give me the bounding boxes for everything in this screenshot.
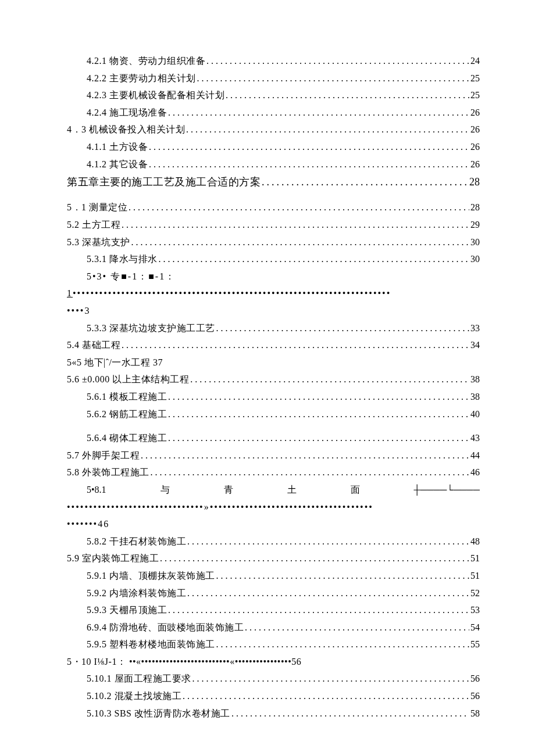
toc-entry: 5.9 室内装饰工程施工............................… [67,550,480,567]
toc-label: 5«5 地下|ˆ/一水工程 37 [67,354,163,371]
toc-entry-garble-510: 5・10 I⅛J-1： ••«•••••••••••••••••••••••••… [67,653,480,671]
toc-page: 26 [470,121,480,138]
toc-label: 5.7 外脚手架工程 [67,447,140,464]
toc-leader: ........................................… [149,156,469,173]
toc-entry: 5.6.2 钢筋工程施工............................… [67,406,480,423]
toc-leader: ........................................… [168,388,469,406]
toc-entry: 4.2.3 主要机械设备配备相关计划......................… [67,87,480,104]
toc-leader: ........................................… [216,320,470,337]
toc-label: 5・10 I⅛J-1： ••«•••••••••••••••••••••••••… [67,653,301,671]
toc-entry: 5.10.2 混凝土找坡施工..........................… [67,687,480,705]
toc-leader: ........................................… [186,121,469,138]
toc-entry: 5.7 外脚手架工程..............................… [67,447,480,464]
toc-label: 4.2.4 施工现场准备 [87,104,167,121]
toc-leader: ........................................… [187,533,469,550]
toc-label: 4．3 机械设备投入相关计划 [67,121,185,138]
toc-page: 28 [470,199,480,216]
toc-page: 54 [470,619,480,636]
toc-leader: ........................................… [168,601,469,619]
toc-leader: ........................................… [206,52,469,70]
garbled-row-underline: 1•••••••••••••••••••••••••••••••••••••••… [67,285,480,302]
toc-entry: 5.9.2 内墙涂料装饰施工..........................… [67,585,480,602]
toc-page: 53 [470,601,480,619]
spread-part: 面 [351,481,360,499]
toc-page: 33 [470,320,480,337]
toc-entry: 4.2.1 物资、劳动力组织准备........................… [67,52,480,70]
spread-part: 与 [160,481,170,499]
toc-entry: 第五章主要的施工工艺及施工合适的方案......................… [67,173,480,192]
garbled-text: ••••3 [67,306,90,316]
toc-leader: ........................................… [187,585,469,602]
toc-label: 5.9.2 内墙涂料装饰施工 [87,585,186,602]
garbled-text: •••••••46 [67,519,109,529]
toc-leader: ........................................… [226,87,469,104]
toc-leader: ........................................… [216,567,470,585]
toc-entry: 4.1.1 土方设备..............................… [67,138,480,156]
toc-label: 4.1.2 其它设备 [87,156,148,173]
toc-label: 4.2.3 主要机械设备配备相关计划 [87,87,224,104]
toc-entry: 5.8.2 干挂石材装饰施工..........................… [67,533,480,550]
spread-part: 土 [287,481,297,499]
toc-leader: ........................................… [149,138,469,156]
spread-part: ┼────└──── [414,481,480,499]
toc-entry: 5.6.1 模板工程施工............................… [67,388,480,406]
toc-label: 5.6.1 模板工程施工 [87,388,167,406]
toc-entry: 5.9.1 内墙、顶棚抹灰装饰施工.......................… [67,567,480,585]
toc-entry-spread-581: 5•8.1 与 青 土 面 ┼────└──── [67,481,480,499]
toc-label: 5.10.3 SBS 改性沥青防水卷材施工 [87,705,230,722]
toc-entry: 5．1 测量定位................................… [67,199,480,216]
toc-label: 5.9.1 内墙、顶棚抹灰装饰施工 [87,567,215,585]
toc-page: 38 [470,388,480,406]
toc-label: 5.6.4 砌体工程施工 [87,429,167,447]
toc-entry: 5.9.3 天棚吊顶施工............................… [67,601,480,619]
garbled-row-3: ••••3 [67,302,480,320]
toc-label: 4.1.1 土方设备 [87,138,148,156]
toc-entry: 5.3.3 深基坑边坡支护施工工艺.......................… [67,320,480,337]
toc-leader: ........................................… [190,371,469,388]
toc-label: 5.3.3 深基坑边坡支护施工工艺 [87,320,215,337]
toc-block-2: 5.3.3 深基坑边坡支护施工工艺.......................… [67,320,480,354]
toc-page: 25 [470,87,480,104]
toc-page: 46 [470,464,480,481]
toc-page: 56 [470,687,480,705]
toc-entry: 5.9.5 塑料卷材楼地面装饰施工.......................… [67,636,480,653]
toc-leader: ........................................… [151,464,470,481]
toc-label: 5.8 外装饰工程施工 [67,464,149,481]
toc-leader: ........................................… [231,705,469,722]
toc-block-1: 4.2.1 物资、劳动力组织准备........................… [67,52,480,268]
toc-page: 34 [470,336,480,354]
garbled-text: •••••••••••••••••••••••••••••••»••••••••… [67,502,373,512]
toc-leader: ........................................… [245,619,469,636]
toc-block-3: 5.6 ±0.000 以上主体结构工程.....................… [67,371,480,481]
toc-leader: ........................................… [168,429,469,447]
toc-page: 58 [470,705,480,722]
toc-entry: 4.2.2 主要劳动力相关计划.........................… [67,70,480,87]
toc-entry: 5.10.3 SBS 改性沥青防水卷材施工...................… [67,705,480,722]
toc-leader: ........................................… [262,173,468,192]
toc-page: 40 [470,406,480,423]
toc-page: 43 [470,429,480,447]
toc-leader: ........................................… [168,104,469,121]
toc-leader: ........................................… [131,234,470,251]
toc-label: 6.9.4 防滑地砖、面豉楼地面装饰施工 [87,619,244,636]
toc-page: 55 [470,636,480,653]
toc-label: 第五章主要的施工工艺及施工合适的方案 [67,173,261,192]
toc-label: 5.4 基础工程 [67,336,120,354]
toc-leader: ........................................… [216,636,470,653]
toc-entry: 5.4 基础工程................................… [67,336,480,354]
toc-block-5: 5.10.1 屋面工程施工要求.........................… [67,670,480,722]
toc-label: 5.6.2 钢筋工程施工 [87,406,167,423]
toc-label: 5.3 深基坑支护 [67,234,130,251]
toc-label: 5.9 室内装饰工程施工 [67,550,159,567]
toc-page: 44 [470,447,480,464]
toc-leader: ........................................… [122,336,469,354]
toc-page: 51 [470,567,480,585]
toc-label: 5.10.2 混凝土找坡施工 [87,687,181,705]
toc-page: 28 [469,173,480,192]
toc-leader: ........................................… [159,250,470,268]
toc-spread-label: 5•8.1 与 青 土 面 ┼────└──── [87,481,480,499]
toc-leader: ........................................… [183,687,469,705]
toc-label: 5.9.5 塑料卷材楼地面装饰施工 [87,636,215,653]
toc-label: 4.2.2 主要劳动力相关计划 [87,70,196,87]
toc-leader: ........................................… [141,447,469,464]
